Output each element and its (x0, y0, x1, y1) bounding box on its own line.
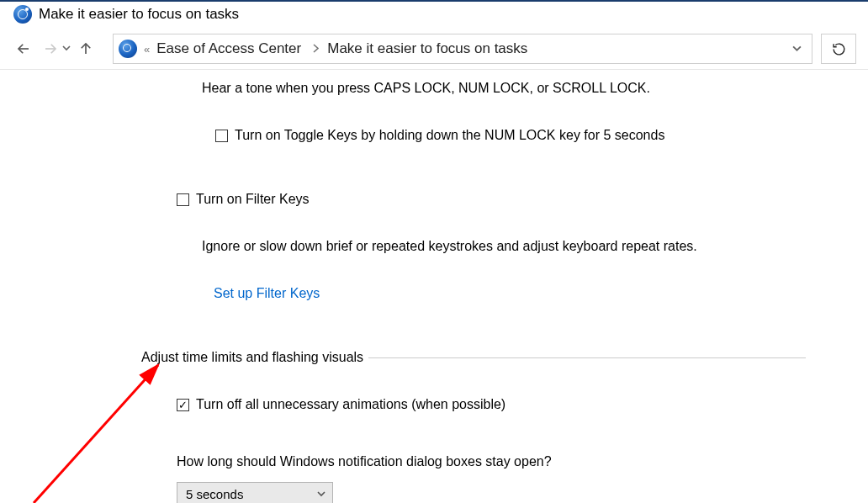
ease-of-access-icon (13, 5, 32, 24)
setup-filter-keys-link[interactable]: Set up Filter Keys (214, 286, 320, 300)
animations-checkbox[interactable] (177, 399, 189, 411)
forward-button[interactable] (39, 37, 62, 61)
animations-label[interactable]: Turn off all unnecessary animations (whe… (196, 394, 505, 415)
title-bar: Make it easier to focus on tasks (0, 2, 868, 30)
notification-duration-question: How long should Windows notification dia… (177, 452, 848, 472)
svg-line-3 (34, 365, 158, 503)
back-button[interactable] (12, 37, 35, 61)
filter-keys-description: Ignore or slow down brief or repeated ke… (202, 236, 848, 257)
nav-toolbar: « Ease of Access Center Make it easier t… (0, 30, 868, 70)
notification-duration-select[interactable]: 5 seconds (177, 482, 333, 503)
toggle-keys-hold-label[interactable]: Turn on Toggle Keys by holding down the … (235, 125, 664, 146)
chevron-down-icon (317, 488, 326, 502)
recent-locations-dropdown[interactable] (62, 44, 71, 54)
time-limits-section-header: Adjust time limits and flashing visuals (141, 347, 848, 368)
chevron-right-icon[interactable] (308, 43, 320, 56)
breadcrumb-ease-of-access[interactable]: Ease of Access Center (156, 40, 301, 57)
breadcrumb-focus-tasks[interactable]: Make it easier to focus on tasks (327, 40, 527, 57)
section-divider (368, 357, 806, 358)
toggle-keys-description: Hear a tone when you press CAPS LOCK, NU… (202, 78, 848, 98)
toggle-keys-hold-checkbox[interactable] (215, 130, 228, 142)
toggle-keys-hold-option: Turn on Toggle Keys by holding down the … (215, 125, 848, 146)
window-title: Make it easier to focus on tasks (39, 6, 239, 23)
filter-keys-label[interactable]: Turn on Filter Keys (196, 189, 310, 209)
filter-keys-option: Turn on Filter Keys (177, 189, 848, 209)
address-bar[interactable]: « Ease of Access Center Make it easier t… (113, 34, 812, 64)
annotation-arrow (25, 352, 193, 503)
filter-keys-checkbox[interactable] (177, 193, 189, 206)
up-button[interactable] (74, 37, 98, 61)
breadcrumb-overflow-icon[interactable]: « (144, 43, 150, 56)
content-area: Hear a tone when you press CAPS LOCK, NU… (0, 70, 868, 503)
ease-of-access-icon (119, 40, 137, 58)
refresh-button[interactable] (821, 34, 856, 64)
animations-option: Turn off all unnecessary animations (whe… (177, 394, 848, 415)
notification-duration-value: 5 seconds (186, 485, 243, 503)
address-dropdown[interactable] (787, 43, 807, 56)
time-limits-header-label: Adjust time limits and flashing visuals (141, 347, 363, 368)
